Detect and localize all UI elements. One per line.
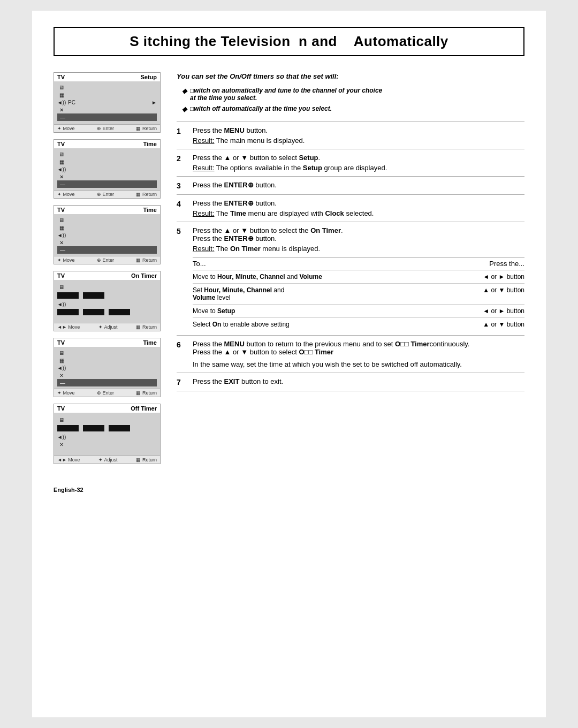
timer-box [109,425,130,431]
menu-row: ▦ [57,357,157,364]
speaker-icon: ◄)) [57,232,66,238]
menu-row: ◄)) [57,364,157,371]
enter-bold: ENTER⊕ [224,199,254,207]
step-5: 5 Press the ▲ or ▼ button to select the … [177,222,524,336]
menu-row: ◄)) [57,300,157,308]
enter-bold: ENTER⊕ [224,181,254,189]
move-label: ◄► Move [57,457,80,462]
menu-row-selected: — [57,246,157,254]
result-label: Result: [193,136,214,145]
step-content-5: Press the ▲ or ▼ button to select the On… [193,226,524,331]
tv-panel-time3: TV Time 🖥 ▦ ◄)) ✕ — ✦ Move ⊕ Enter ▦ Ret… [54,338,161,397]
tv-panel-setup-body: 🖥 ▦ ◄)) PC ► ✕ [54,81,160,124]
menu-row: ▦ [57,158,157,165]
tv-icon: 🖥 [57,217,66,223]
tv-panel-time1-body: 🖥 ▦ ◄)) ✕ — [54,148,160,190]
x-icon: ✕ [57,173,66,180]
page-title: S itching the Television n and Automatic… [130,33,448,50]
step-6: 6 Press the MENU button to return to the… [177,336,524,373]
tv-panel-off-timer-body: 🖥 ◄)) ✕ [54,413,160,456]
result-text-1: The main menu is displayed. [216,136,305,145]
menu-row: ✕ [57,441,157,448]
menu-row: ◄)) [57,165,157,173]
enter-label: ⊕ Enter [97,390,114,396]
x-icon: ✕ [57,107,66,113]
grid-icon: ▦ [57,357,66,363]
table-row: Move to Hour, Minute, Channel and Volume… [193,270,524,284]
speaker-icon: ◄)) [57,166,66,172]
grid-icon: ▦ [57,92,66,98]
row-action: Move to Setup [193,307,483,315]
enter-bold: ENTER⊕ [224,234,254,242]
table-row: Move to Setup ◄ or ► button [193,305,524,318]
row-action: Move to Hour, Minute, Channel and Volume [193,273,483,280]
setup-bold: Setup [303,164,322,172]
bold-text: Hour, Minute, Channel [217,273,285,280]
menu-row: 🖥 [57,84,157,91]
tv-panel-time2-footer: ✦ Move ⊕ Enter ▦ Return [54,256,160,264]
result-text-5: The On Timer menu is displayed. [216,245,320,253]
off-timer-label: Off Timer [131,405,157,412]
dash-icon: — [58,247,67,253]
pc-label: PC [68,100,151,105]
tv-panel-setup: TV Setup 🖥 ▦ ◄)) PC ► [54,72,161,133]
step-content-4: Press the ENTER⊕ button. Result: The Tim… [193,199,524,217]
menu-row: 🖥 [57,283,157,291]
adjust-label: ✦ Adjust [98,457,117,462]
tv-panel-on-timer: TV On Timer 🖥 ◄)) [54,271,161,331]
tv-icon: 🖥 [57,84,66,90]
arrow-icon: ► [151,100,157,105]
dash-icon: — [58,181,67,187]
step-text-2: Press the ▲ or ▼ button to select Setup. [193,154,320,162]
diamond-icon: ◆ [182,87,187,95]
step-content-1: Press the MENU button. Result: The main … [193,126,524,145]
bold-text: Setup [217,307,235,315]
tv-label: TV [57,405,65,412]
bold-text: Volume [299,273,322,280]
tv-panel-time2-header: TV Time [54,206,160,214]
move-label: ✦ Move [57,126,75,131]
time-label: Time [143,207,157,213]
on-timer-bold: On Timer [310,226,341,234]
step-content-6: Press the MENU button to return to the p… [193,340,524,368]
step-number-2: 2 [177,154,193,163]
menu-row: ◄)) PC ► [57,98,157,106]
o-timer-bold: O [299,348,304,356]
timer-box [57,425,79,431]
time-label: Time [143,141,157,147]
left-column: TV Setup 🖥 ▦ ◄)) PC ► [54,72,161,471]
return-label: ▦ Return [136,324,157,330]
title-prefix: S itching the Television n and [130,33,354,49]
result-text-2: The options available in the Setup group… [216,164,387,172]
timer-box [83,292,104,299]
timer-row2 [57,309,157,315]
return-label: ▦ Return [136,257,157,263]
tv-panel-off-timer-header: TV Off Timer [54,404,160,413]
tv-icon: 🖥 [57,350,66,356]
row-action: Set Hour, Minute, Channel andVolume leve… [193,286,483,301]
speaker-icon: ◄)) [57,365,66,371]
intro-text: You can set the On/Off timers so that th… [177,72,524,80]
x-icon: ✕ [57,441,66,448]
timer-box [83,425,104,431]
x-icon: ✕ [57,372,66,378]
step-2: 2 Press the ▲ or ▼ button to select Setu… [177,149,524,177]
menu-row: 🖥 [57,216,157,224]
menu-row: ◄)) [57,433,157,441]
row-button: ▲ or ▼ button [483,286,524,294]
step-number-4: 4 [177,199,193,208]
step-text-5: Press the ▲ or ▼ button to select the On… [193,226,343,242]
x-icon: ✕ [57,239,66,246]
bullet-text-1: □witch on automatically and tune to the … [190,87,382,102]
page-footer: English-32 [54,487,524,493]
step-7: 7 Press the EXIT button to exit. [177,373,524,391]
content-area: TV Setup 🖥 ▦ ◄)) PC ► [54,72,524,471]
speaker-icon: ◄)) [57,301,66,307]
time-bold: Time [230,209,246,217]
step-content-7: Press the EXIT button to exit. [193,377,524,385]
result-label: Result: [193,245,214,253]
row-button: ◄ or ► button [483,307,524,315]
menu-row: 🖥 [57,150,157,158]
return-label: ▦ Return [136,390,157,396]
speaker-icon: ◄)) [57,434,66,440]
